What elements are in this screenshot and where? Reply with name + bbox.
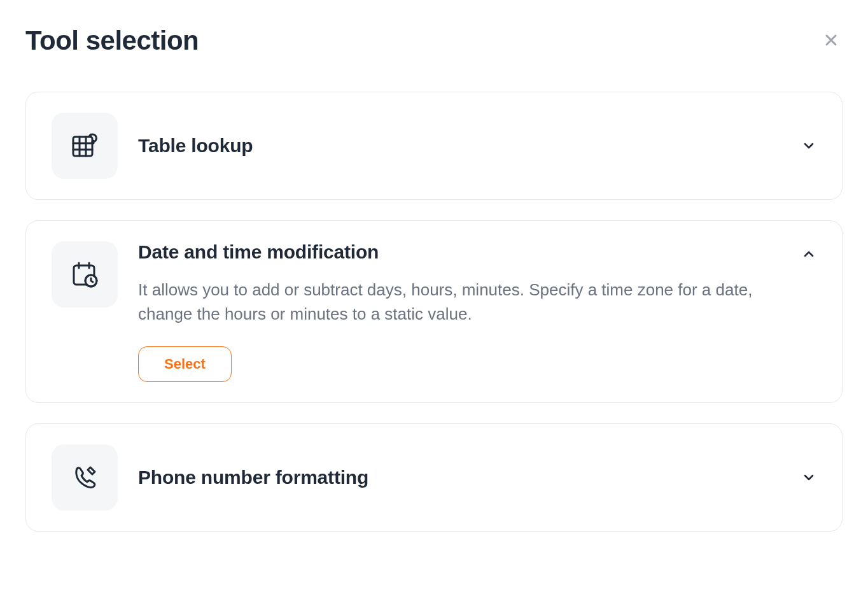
- tool-description: It allows you to add or subtract days, h…: [138, 278, 781, 326]
- chevron-up-icon: [801, 246, 816, 262]
- tool-title: Phone number formatting: [138, 467, 781, 488]
- tool-card-body: Date and time modification It allows you…: [138, 241, 781, 382]
- page-title: Tool selection: [25, 25, 199, 56]
- tool-title: Date and time modification: [138, 241, 781, 263]
- tool-card-phone-formatting[interactable]: Phone number formatting: [25, 423, 843, 532]
- phone-edit-icon: [52, 444, 118, 511]
- tool-card-date-time[interactable]: Date and time modification It allows you…: [25, 220, 843, 403]
- select-button[interactable]: Select: [138, 346, 232, 382]
- calendar-clock-icon: [52, 241, 118, 308]
- close-icon: [822, 41, 840, 51]
- tool-card-body: Phone number formatting: [138, 467, 781, 488]
- chevron-down-icon: [801, 470, 816, 485]
- modal-header: Tool selection: [25, 25, 843, 56]
- tool-title: Table lookup: [138, 135, 781, 157]
- svg-rect-2: [73, 137, 92, 156]
- tool-card-table-lookup[interactable]: Table lookup: [25, 92, 843, 200]
- tool-card-body: Table lookup: [138, 135, 781, 157]
- close-button[interactable]: [820, 29, 843, 53]
- chevron-down-icon: [801, 138, 816, 153]
- table-lookup-icon: [52, 113, 118, 179]
- tool-list: Table lookup Date and time modification …: [25, 92, 843, 532]
